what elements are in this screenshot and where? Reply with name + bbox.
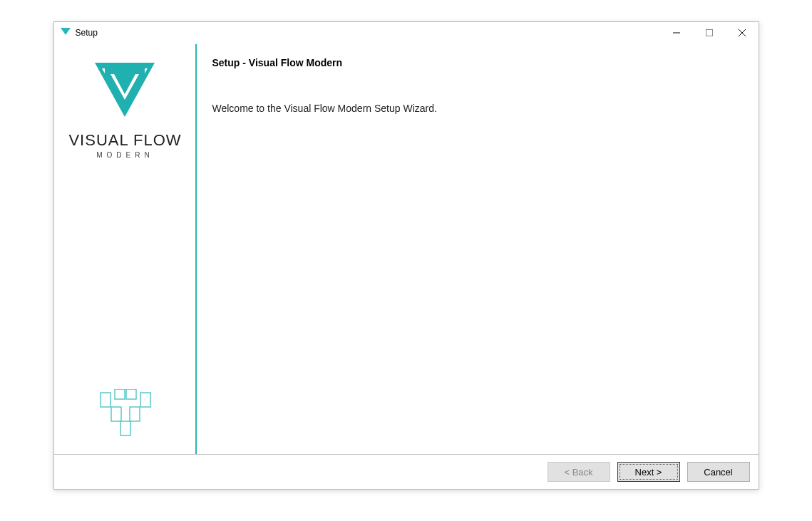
brand-sub: MODERN: [96, 151, 153, 159]
right-pane: Setup - Visual Flow Modern Welcome to th…: [197, 44, 759, 454]
visual-flow-logo-icon: [89, 58, 160, 125]
window-controls: [660, 22, 759, 43]
footer: < Back Next > Cancel: [54, 454, 759, 489]
svg-rect-15: [120, 421, 130, 435]
setup-window: Setup: [53, 21, 759, 490]
window-title: Setup: [76, 28, 98, 38]
svg-rect-9: [101, 393, 111, 407]
setup-body-text: Welcome to the Visual Flow Modern Setup …: [212, 103, 743, 114]
svg-rect-14: [130, 407, 140, 421]
titlebar: Setup: [54, 22, 759, 43]
back-button: < Back: [548, 462, 610, 482]
svg-rect-11: [126, 389, 136, 399]
maximize-button[interactable]: [693, 22, 726, 43]
svg-rect-12: [140, 393, 150, 407]
svg-rect-1: [706, 30, 712, 36]
bottom-decorative-icon: [97, 389, 154, 443]
brand-name: VISUAL FLOW: [68, 131, 181, 150]
next-button[interactable]: Next >: [617, 462, 680, 482]
cancel-button[interactable]: Cancel: [687, 462, 750, 482]
app-icon: [60, 27, 71, 38]
content-area: VISUAL FLOW MODERN Set: [54, 43, 759, 454]
setup-heading: Setup - Visual Flow Modern: [212, 57, 743, 68]
close-button[interactable]: [726, 22, 759, 43]
svg-rect-13: [111, 407, 121, 421]
minimize-button[interactable]: [660, 22, 693, 43]
left-pane: VISUAL FLOW MODERN: [54, 44, 197, 454]
brand-logo: VISUAL FLOW MODERN: [68, 58, 181, 159]
svg-rect-10: [115, 389, 125, 399]
